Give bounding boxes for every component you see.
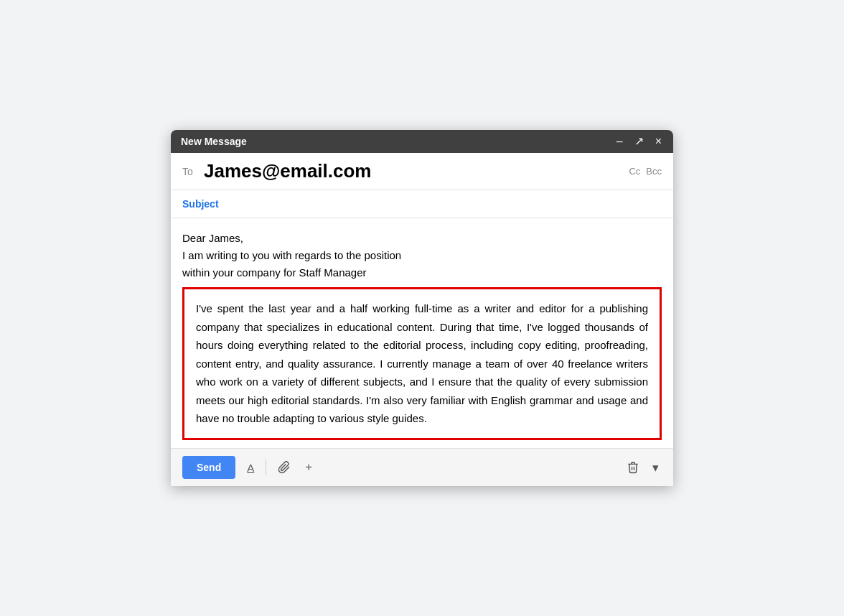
body-highlighted-paragraph[interactable]: I've spent the last year and a half work… bbox=[182, 287, 662, 440]
toolbar-right-icons: ▾ bbox=[624, 459, 662, 477]
cc-bcc-area: Cc Bcc bbox=[629, 166, 662, 177]
compose-window: New Message – ↗ × To James@email.com Cc … bbox=[171, 130, 673, 486]
compose-title: New Message bbox=[181, 136, 247, 147]
body-intro: Dear James, I am writing to you with reg… bbox=[182, 230, 662, 281]
subject-label: Subject bbox=[182, 198, 219, 210]
to-address[interactable]: James@email.com bbox=[204, 160, 629, 182]
compose-toolbar: Send A + ▾ bbox=[171, 448, 673, 486]
cc-button[interactable]: Cc bbox=[629, 166, 640, 177]
compose-body[interactable]: Dear James, I am writing to you with reg… bbox=[171, 218, 673, 448]
expand-button[interactable]: ↗ bbox=[633, 136, 645, 147]
attach-button[interactable] bbox=[275, 459, 294, 475]
toolbar-divider-1 bbox=[266, 459, 266, 475]
more-options-button[interactable]: + bbox=[302, 459, 315, 476]
compose-header: New Message – ↗ × bbox=[171, 130, 673, 153]
close-button[interactable]: × bbox=[654, 136, 663, 147]
delete-button[interactable] bbox=[624, 459, 642, 475]
minimize-button[interactable]: – bbox=[615, 136, 624, 147]
header-actions: – ↗ × bbox=[615, 136, 663, 147]
subject-row[interactable]: Subject bbox=[171, 190, 673, 218]
more-menu-button[interactable]: ▾ bbox=[650, 459, 662, 477]
to-row: To James@email.com Cc Bcc bbox=[171, 153, 673, 190]
bcc-button[interactable]: Bcc bbox=[646, 166, 662, 177]
format-text-button[interactable]: A bbox=[244, 460, 257, 475]
to-label: To bbox=[182, 166, 197, 177]
send-button[interactable]: Send bbox=[182, 456, 235, 479]
